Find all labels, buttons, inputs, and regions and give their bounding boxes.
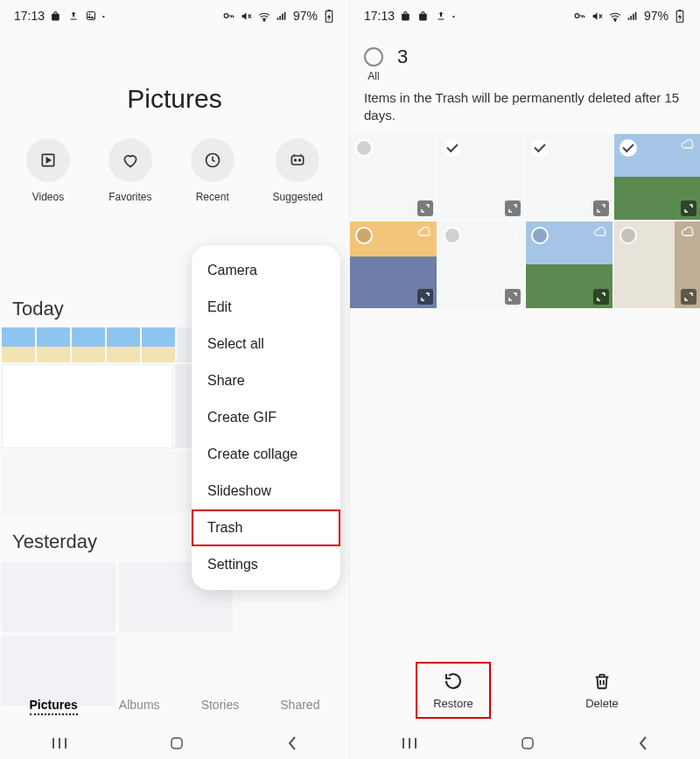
- checkbox-checked-icon[interactable]: [620, 139, 637, 157]
- checkbox-unchecked-icon[interactable]: [355, 227, 373, 244]
- thumbnail[interactable]: [2, 562, 116, 632]
- menu-item-select-all[interactable]: Select all: [192, 326, 340, 362]
- checkbox-checked-icon[interactable]: [531, 139, 549, 157]
- trash-thumbnail[interactable]: [438, 221, 525, 308]
- wifi-icon: [258, 10, 270, 22]
- svg-point-10: [299, 159, 301, 161]
- category-label: Suggested: [273, 191, 323, 203]
- menu-item-settings[interactable]: Settings: [192, 546, 340, 583]
- menu-item-edit[interactable]: Edit: [192, 289, 340, 326]
- thumbnail[interactable]: [72, 327, 105, 362]
- svg-rect-11: [172, 738, 182, 748]
- upload-icon: [67, 10, 80, 22]
- category-videos[interactable]: Videos: [26, 138, 70, 203]
- svg-rect-5: [328, 10, 331, 11]
- nav-back[interactable]: [286, 735, 298, 751]
- clock-icon: [204, 151, 221, 169]
- trash-thumbnail[interactable]: [350, 134, 437, 221]
- menu-item-create-collage[interactable]: Create collage: [192, 436, 340, 473]
- status-time: 17:13: [364, 9, 395, 23]
- battery-icon: [323, 10, 335, 22]
- restore-button[interactable]: Restore: [416, 662, 491, 719]
- svg-point-1: [89, 14, 91, 16]
- nav-home[interactable]: [520, 735, 536, 751]
- cloud-icon: [681, 139, 695, 150]
- svg-point-12: [575, 14, 579, 18]
- trash-thumbnail[interactable]: [614, 221, 701, 308]
- thumbnail[interactable]: [107, 327, 140, 362]
- svg-rect-16: [522, 738, 533, 748]
- trash-thumbnail[interactable]: [526, 221, 612, 308]
- gallery-pictures-screen: 17:13 • 97%: [0, 0, 350, 759]
- menu-item-share[interactable]: Share: [192, 362, 340, 399]
- selection-header: All 3: [350, 32, 700, 86]
- tab-shared[interactable]: Shared: [280, 698, 319, 715]
- cloud-icon: [505, 139, 519, 150]
- context-menu: Camera Edit Select all Share Create GIF …: [192, 245, 340, 590]
- nav-home[interactable]: [169, 735, 185, 751]
- thumbnail[interactable]: [142, 327, 175, 362]
- category-favorites[interactable]: Favorites: [108, 138, 152, 203]
- thumbnail[interactable]: [37, 327, 70, 362]
- expand-icon[interactable]: [681, 200, 696, 216]
- tab-pictures[interactable]: Pictures: [30, 698, 78, 715]
- page-title: Pictures: [0, 84, 349, 114]
- vpn-icon: [574, 10, 586, 22]
- category-suggested[interactable]: Suggested: [273, 138, 323, 203]
- trash-thumbnail[interactable]: [526, 134, 612, 221]
- expand-icon[interactable]: [593, 289, 609, 305]
- thumbnail[interactable]: [2, 327, 35, 362]
- svg-rect-15: [679, 10, 682, 11]
- trash-thumbnail[interactable]: [438, 134, 525, 221]
- cloud-icon: [593, 227, 607, 237]
- thumbnail[interactable]: [2, 452, 212, 513]
- upload-icon: [435, 10, 447, 22]
- checkbox-checked-icon[interactable]: [444, 139, 461, 157]
- heart-icon: [122, 151, 139, 169]
- cloud-icon: [417, 139, 431, 150]
- cloud-icon: [593, 139, 607, 150]
- menu-item-camera[interactable]: Camera: [192, 252, 340, 289]
- tab-albums[interactable]: Albums: [119, 698, 160, 715]
- expand-icon[interactable]: [505, 289, 521, 305]
- select-all-label: All: [368, 70, 379, 82]
- mute-icon: [241, 10, 253, 22]
- expand-icon[interactable]: [593, 200, 609, 216]
- nav-recents[interactable]: [401, 736, 418, 750]
- trash-thumbnail[interactable]: [350, 221, 437, 308]
- checkbox-unchecked-icon[interactable]: [355, 139, 373, 157]
- checkbox-unchecked-icon[interactable]: [531, 227, 549, 244]
- thumbnail[interactable]: [2, 364, 173, 448]
- trash-thumbnail[interactable]: [614, 134, 701, 221]
- category-label: Favorites: [108, 191, 151, 203]
- delete-button[interactable]: Delete: [570, 664, 634, 717]
- trash-note: Items in the Trash will be permanently d…: [350, 86, 700, 134]
- svg-point-3: [263, 19, 265, 21]
- category-row: Videos Favorites Recent Suggested: [0, 138, 349, 203]
- menu-item-trash[interactable]: Trash: [192, 510, 340, 546]
- expand-icon[interactable]: [505, 200, 521, 216]
- expand-icon[interactable]: [417, 289, 433, 305]
- nav-recents[interactable]: [51, 736, 68, 750]
- expand-icon[interactable]: [417, 200, 433, 216]
- cloud-icon: [417, 227, 431, 237]
- expand-icon[interactable]: [681, 289, 696, 305]
- checkbox-unchecked-icon[interactable]: [620, 227, 637, 244]
- dot-icon: •: [452, 12, 455, 20]
- menu-item-create-gif[interactable]: Create GIF: [192, 399, 340, 436]
- svg-point-2: [224, 14, 228, 18]
- cloud-icon: [505, 227, 519, 237]
- checkbox-unchecked-icon[interactable]: [444, 227, 461, 244]
- battery-icon: [674, 10, 686, 22]
- category-label: Recent: [196, 191, 229, 203]
- nav-back[interactable]: [637, 735, 649, 751]
- battery-text: 97%: [644, 9, 668, 23]
- nav-bar: [350, 727, 700, 759]
- select-all-checkbox[interactable]: [364, 47, 383, 67]
- menu-item-slideshow[interactable]: Slideshow: [192, 473, 340, 510]
- status-bar: 17:13 • 97%: [0, 0, 349, 32]
- trash-grid: [350, 134, 700, 308]
- category-recent[interactable]: Recent: [191, 138, 234, 203]
- tab-stories[interactable]: Stories: [201, 698, 240, 715]
- restore-label: Restore: [433, 697, 473, 710]
